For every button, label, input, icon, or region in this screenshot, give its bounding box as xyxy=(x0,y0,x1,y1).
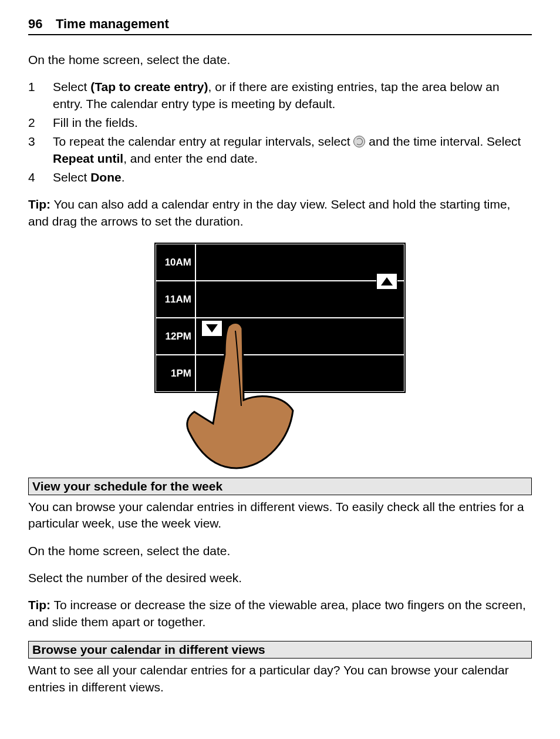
tip-label: Tip: xyxy=(28,598,50,612)
paragraph: Want to see all your calendar entries fo… xyxy=(28,662,532,696)
step-body: Select (Tap to create entry), or if ther… xyxy=(53,79,532,112)
list-item: 4 Select Done. xyxy=(28,169,532,186)
time-slot xyxy=(195,281,404,318)
step-number: 4 xyxy=(28,169,53,186)
step-number: 1 xyxy=(28,79,53,112)
steps-list: 1 Select (Tap to create entry), or if th… xyxy=(28,79,532,186)
calendar-figure: 10AM 11AM 12PM 1PM xyxy=(154,243,406,471)
tip-paragraph: Tip: You can also add a calendar entry i… xyxy=(28,196,532,230)
time-slot xyxy=(195,355,404,392)
arrow-down-icon xyxy=(206,324,218,332)
list-item: 3 To repeat the calendar entry at regula… xyxy=(28,133,532,167)
document-page: 96 Time management On the home screen, s… xyxy=(0,0,560,734)
section-heading-browse: Browse your calendar in different views xyxy=(28,641,532,659)
tip-text: To increase or decrease the size of the … xyxy=(28,598,526,628)
time-slot xyxy=(195,318,404,355)
arrow-up-icon xyxy=(381,277,393,285)
tip-paragraph: Tip: To increase or decrease the size of… xyxy=(28,597,532,630)
paragraph: You can browse your calendar entries in … xyxy=(28,499,532,532)
page-number: 96 xyxy=(28,16,42,32)
figure-container: 10AM 11AM 12PM 1PM xyxy=(28,243,532,471)
paragraph: Select the number of the desired week. xyxy=(28,570,532,586)
selection-end-up xyxy=(376,273,397,290)
time-label: 12PM xyxy=(156,318,195,355)
page-title: Time management xyxy=(56,16,169,32)
step-number: 3 xyxy=(28,133,53,167)
paragraph: On the home screen, select the date. xyxy=(28,543,532,559)
time-label: 1PM xyxy=(156,355,195,392)
step-body: Select Done. xyxy=(53,169,532,186)
section-heading-week: View your schedule for the week xyxy=(28,478,532,495)
intro-text: On the home screen, select the date. xyxy=(28,52,532,68)
page-header: 96 Time management xyxy=(28,16,532,35)
step-body: Fill in the fields. xyxy=(53,115,532,131)
tip-label: Tip: xyxy=(28,197,50,211)
calendar-grid: 10AM 11AM 12PM 1PM xyxy=(154,243,406,393)
time-label: 11AM xyxy=(156,281,195,318)
step-number: 2 xyxy=(28,115,53,131)
list-item: 1 Select (Tap to create entry), or if th… xyxy=(28,79,532,112)
tip-text: You can also add a calendar entry in the… xyxy=(28,197,510,227)
time-slot xyxy=(195,244,404,281)
selection-end-down xyxy=(201,320,222,337)
repeat-icon xyxy=(353,136,365,147)
time-label: 10AM xyxy=(156,244,195,281)
step-body: To repeat the calendar entry at regular … xyxy=(53,133,532,167)
list-item: 2 Fill in the fields. xyxy=(28,115,532,131)
